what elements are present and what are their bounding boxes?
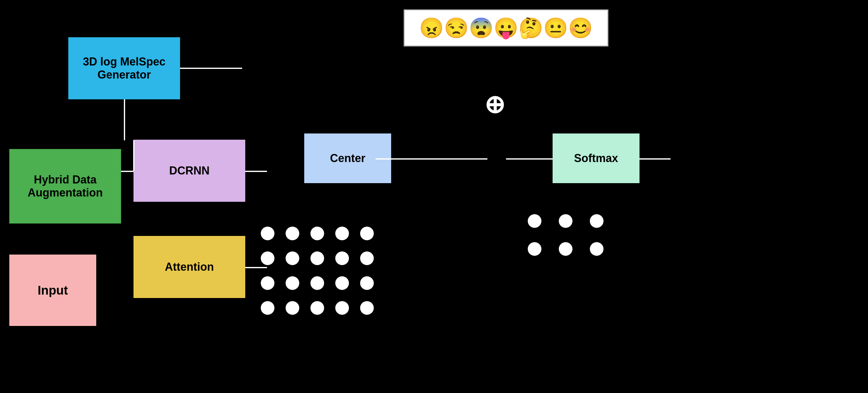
- neuron-dot: [335, 276, 349, 290]
- arrow-line: [180, 68, 242, 69]
- arrow-line: [121, 171, 133, 172]
- neuron-dot: [261, 276, 274, 290]
- hybrid-label: Hybrid DataAugmentation: [28, 173, 103, 199]
- input-box: Input: [9, 254, 96, 326]
- arrow-line: [245, 171, 267, 172]
- center-label: Center: [330, 152, 365, 165]
- arrow-line: [506, 158, 553, 159]
- neuron-dot: [286, 301, 299, 315]
- output-dot: [559, 214, 572, 228]
- neuron-dot: [310, 251, 324, 265]
- neuron-dot: [286, 226, 299, 240]
- neuron-dot: [360, 251, 374, 265]
- emoji-strip: 😠😒😨😛🤔😐😊: [404, 9, 609, 47]
- softmax-box: Softmax: [553, 133, 640, 183]
- neuron-dot: [286, 276, 299, 290]
- arrow-line: [391, 158, 487, 159]
- neuron-dot: [360, 226, 374, 240]
- output-dot: [590, 242, 603, 256]
- neuron-dot: [261, 251, 274, 265]
- softmax-label: Softmax: [574, 152, 618, 165]
- hybrid-box: Hybrid DataAugmentation: [9, 149, 121, 223]
- arrow-line: [640, 158, 671, 159]
- dcrnn-box: DCRNN: [133, 140, 245, 202]
- output-dot: [590, 214, 603, 228]
- neuron-dot: [335, 251, 349, 265]
- neuron-dot: [310, 301, 324, 315]
- neuron-dot: [261, 301, 274, 315]
- output-dot: [528, 242, 541, 256]
- plus-symbol: ⊕: [484, 90, 505, 119]
- dcrnn-label: DCRNN: [169, 164, 210, 177]
- emoji-display: 😠😒😨😛🤔😐😊: [419, 17, 593, 40]
- neuron-dot: [335, 226, 349, 240]
- neuron-dot: [310, 276, 324, 290]
- melspec-label: 3D log MelSpecGenerator: [83, 55, 165, 81]
- arrow-line: [133, 140, 134, 171]
- arrow-line: [124, 99, 125, 140]
- attention-label: Attention: [165, 261, 214, 273]
- output-dot: [528, 214, 541, 228]
- attention-box: Attention: [133, 236, 245, 298]
- arrow-line: [245, 267, 267, 268]
- input-label: Input: [37, 283, 68, 297]
- neuron-dot: [286, 251, 299, 265]
- neuron-dot: [310, 226, 324, 240]
- neuron-dot: [360, 276, 374, 290]
- neuron-dot: [360, 301, 374, 315]
- melspec-box: 3D log MelSpecGenerator: [68, 37, 180, 99]
- neuron-dot: [335, 301, 349, 315]
- neuron-dot: [261, 226, 274, 240]
- output-dot: [559, 242, 572, 256]
